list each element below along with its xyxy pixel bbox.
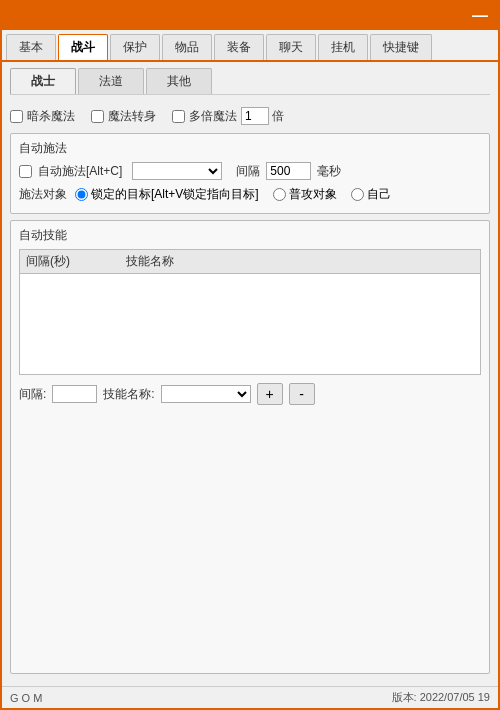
content-area: 战士 法道 其他 暗杀魔法 魔法转身 多倍魔法 倍 自动施法 <box>2 62 498 686</box>
remove-skill-button[interactable]: - <box>289 383 315 405</box>
status-left: G O M <box>10 692 42 704</box>
auto-skill-title: 自动技能 <box>19 227 481 244</box>
tab-hotkey[interactable]: 快捷键 <box>370 34 432 60</box>
interval-label: 间隔 <box>236 163 260 180</box>
multi-magic-item: 多倍魔法 <box>172 108 237 125</box>
multi-magic-checkbox[interactable] <box>172 110 185 123</box>
skill-table-body[interactable] <box>20 274 480 374</box>
magic-transform-item: 魔法转身 <box>91 108 156 125</box>
skill-col-name-header: 技能名称 <box>126 253 474 270</box>
tab-idle[interactable]: 挂机 <box>318 34 368 60</box>
status-right: 版本: 2022/07/05 19 <box>392 690 490 705</box>
auto-cast-group: 自动施法 自动施法[Alt+C] 间隔 毫秒 施法对象 锁定的目标[Alt+V锁… <box>10 133 490 214</box>
skill-table: 间隔(秒) 技能名称 <box>19 249 481 375</box>
target-normal-radio[interactable]: 普攻对象 <box>273 186 337 203</box>
magic-options-row: 暗杀魔法 魔法转身 多倍魔法 倍 <box>10 107 490 125</box>
bottom-skill-select[interactable] <box>161 385 251 403</box>
auto-cast-target-row: 施法对象 锁定的目标[Alt+V锁定指向目标] 普攻对象 自己 <box>19 186 481 203</box>
spell-select[interactable] <box>132 162 222 180</box>
status-bar: G O M 版本: 2022/07/05 19 <box>2 686 498 708</box>
interval-value-input[interactable] <box>266 162 311 180</box>
inner-tab-bar: 战士 法道 其他 <box>10 68 490 95</box>
tab-items[interactable]: 物品 <box>162 34 212 60</box>
target-self-label: 自己 <box>367 186 391 203</box>
inner-tab-other[interactable]: 其他 <box>146 68 212 94</box>
dark-magic-item: 暗杀魔法 <box>10 108 75 125</box>
auto-cast-checkbox[interactable] <box>19 165 32 178</box>
target-locked-radio[interactable]: 锁定的目标[Alt+V锁定指向目标] <box>75 186 259 203</box>
bottom-skill-name-label: 技能名称: <box>103 386 154 403</box>
tab-chat[interactable]: 聊天 <box>266 34 316 60</box>
target-locked-label: 锁定的目标[Alt+V锁定指向目标] <box>91 186 259 203</box>
auto-cast-row1: 自动施法[Alt+C] 间隔 毫秒 <box>19 162 481 180</box>
tab-protect[interactable]: 保护 <box>110 34 160 60</box>
magic-transform-checkbox[interactable] <box>91 110 104 123</box>
multi-magic-unit: 倍 <box>272 108 284 125</box>
dark-magic-checkbox[interactable] <box>10 110 23 123</box>
add-skill-button[interactable]: + <box>257 383 283 405</box>
magic-transform-label: 魔法转身 <box>108 108 156 125</box>
title-bar: — <box>2 2 498 30</box>
auto-cast-checkbox-label: 自动施法[Alt+C] <box>38 163 122 180</box>
skill-bottom-row: 间隔: 技能名称: + - <box>19 383 481 405</box>
tab-combat[interactable]: 战斗 <box>58 34 108 60</box>
inner-tab-warrior[interactable]: 战士 <box>10 68 76 94</box>
skill-table-header: 间隔(秒) 技能名称 <box>20 250 480 274</box>
target-normal-label: 普攻对象 <box>289 186 337 203</box>
bottom-interval-input[interactable] <box>52 385 97 403</box>
auto-skill-group: 自动技能 间隔(秒) 技能名称 间隔: 技能名称: + - <box>10 220 490 674</box>
skill-col-interval-header: 间隔(秒) <box>26 253 126 270</box>
multi-magic-label: 多倍魔法 <box>189 108 237 125</box>
interval-unit: 毫秒 <box>317 163 341 180</box>
minimize-button[interactable]: — <box>470 6 490 26</box>
target-label: 施法对象 <box>19 186 67 203</box>
outer-tab-bar: 基本 战斗 保护 物品 装备 聊天 挂机 快捷键 <box>2 30 498 62</box>
main-window: — 基本 战斗 保护 物品 装备 聊天 挂机 快捷键 战士 法道 其他 暗杀魔法… <box>0 0 500 710</box>
tab-basic[interactable]: 基本 <box>6 34 56 60</box>
target-self-radio[interactable]: 自己 <box>351 186 391 203</box>
auto-cast-title: 自动施法 <box>19 140 481 157</box>
tab-equipment[interactable]: 装备 <box>214 34 264 60</box>
dark-magic-label: 暗杀魔法 <box>27 108 75 125</box>
inner-tab-magic[interactable]: 法道 <box>78 68 144 94</box>
multi-magic-value-input[interactable] <box>241 107 269 125</box>
bottom-interval-label: 间隔: <box>19 386 46 403</box>
